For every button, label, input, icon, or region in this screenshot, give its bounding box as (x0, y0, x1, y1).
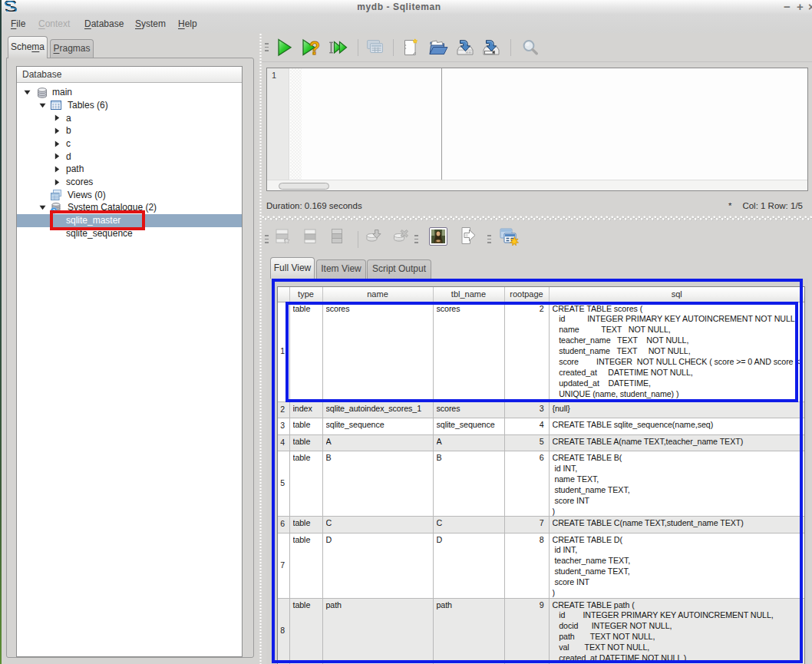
cell-sql[interactable]: CREATE TABLE A(name TEXT,teacher_name TE… (549, 434, 805, 451)
row-number[interactable]: 1 (278, 302, 289, 401)
row-number[interactable]: 7 (278, 533, 289, 598)
scrollbar-thumb[interactable] (279, 183, 329, 190)
cell-sql[interactable]: CREATE TABLE path ( id INTEGER PRIMARY K… (549, 598, 805, 664)
minimize-button[interactable]: − (784, 0, 791, 13)
cell-sql[interactable]: CREATE TABLE sqlite_sequence(name,seq) (549, 418, 805, 435)
tree-item-sqlite-master[interactable]: sqlite_master (17, 214, 242, 227)
cell-name[interactable]: A (322, 434, 433, 451)
tab-script-output[interactable]: Script Output (367, 259, 431, 279)
collapsed-arrow-icon[interactable] (54, 153, 60, 160)
collapsed-arrow-icon[interactable] (54, 140, 60, 147)
tree-item-tables-6[interactable]: Tables (6) (17, 99, 242, 112)
tab-item-view[interactable]: Item View (316, 259, 366, 279)
cell-rootpage[interactable]: 2 (504, 302, 549, 401)
column-header-tbl_name[interactable]: tbl_name (433, 287, 504, 302)
cell-name[interactable]: D (322, 533, 433, 598)
cell-name[interactable]: sqlite_autoindex_scores_1 (322, 401, 433, 418)
save-file-icon[interactable] (455, 38, 475, 57)
expanded-arrow-icon[interactable] (24, 90, 31, 95)
cell-rootpage[interactable]: 7 (504, 517, 549, 534)
cell-sql[interactable]: CREATE TABLE D( id INT, teacher_name TEX… (549, 533, 805, 598)
toolbar-handle[interactable] (265, 43, 269, 53)
cell-tbl-name[interactable]: D (433, 533, 504, 598)
run-script-icon[interactable] (328, 38, 350, 58)
toolbar-handle[interactable] (414, 235, 418, 245)
vertical-splitter[interactable] (255, 33, 262, 664)
column-header-type[interactable]: type (289, 287, 322, 302)
run-sql-icon[interactable] (275, 38, 293, 58)
column-header-rootpage[interactable]: rootpage (504, 287, 549, 302)
cell-sql[interactable]: CREATE TABLE C(name TEXT,student_name TE… (549, 517, 805, 534)
create-view-icon[interactable] (498, 226, 520, 246)
cell-rootpage[interactable]: 6 (504, 451, 549, 517)
column-header-sql[interactable]: sql (549, 287, 805, 302)
new-file-icon[interactable] (401, 38, 420, 57)
row-number[interactable]: 3 (278, 418, 289, 435)
cell-tbl-name[interactable]: C (433, 517, 504, 534)
cell-rootpage[interactable]: 9 (504, 598, 549, 664)
menu-database[interactable]: Database (84, 18, 124, 29)
cell-rootpage[interactable]: 4 (504, 418, 549, 435)
cell-name[interactable]: scores (322, 302, 433, 401)
explain-query-icon[interactable]: ? (302, 38, 322, 58)
row-number[interactable]: 8 (278, 598, 289, 664)
tree-item-main[interactable]: main (17, 86, 242, 99)
cell-name[interactable]: path (322, 598, 433, 664)
cell-rootpage[interactable]: 5 (504, 434, 549, 451)
sql-editor[interactable]: 1 (266, 68, 808, 191)
tab-pragmas[interactable]: Pragmas (50, 39, 94, 58)
cell-sql[interactable]: {null} (549, 401, 805, 418)
tree-item-views-0[interactable]: Views (0) (17, 189, 242, 202)
row-number[interactable]: 2 (278, 401, 289, 418)
cell-type[interactable]: index (289, 401, 322, 418)
close-button[interactable]: × (808, 0, 812, 13)
cell-rootpage[interactable]: 3 (504, 401, 549, 418)
cell-name[interactable]: C (322, 517, 433, 534)
cell-type[interactable]: table (289, 302, 322, 401)
toolbar-handle[interactable] (487, 235, 491, 245)
tree-item-c[interactable]: c (17, 137, 242, 150)
row-number[interactable]: 4 (278, 434, 289, 451)
save-as-icon[interactable] (481, 38, 501, 57)
menu-system[interactable]: System (135, 18, 166, 29)
tree-item-b[interactable]: b (17, 124, 242, 137)
cell-type[interactable]: table (289, 533, 322, 598)
cell-name[interactable]: sqlite_sequence (322, 418, 433, 435)
tree-item-system-catalogue-2[interactable]: ? System Catalogue (2) (17, 201, 242, 214)
tree-item-sqlite-sequence[interactable]: sqlite_sequence (17, 227, 242, 240)
tree-item-scores[interactable]: scores (17, 176, 242, 189)
export-data-icon[interactable] (458, 226, 478, 246)
open-file-icon[interactable] (427, 38, 449, 57)
expanded-arrow-icon[interactable] (39, 205, 46, 210)
tab-schema[interactable]: Schema (8, 36, 48, 58)
tree-header[interactable]: Database (17, 67, 242, 83)
column-header-name[interactable]: name (322, 287, 433, 302)
cell-type[interactable]: table (289, 517, 322, 534)
tree-item-a[interactable]: a (17, 111, 242, 124)
row-number[interactable]: 5 (278, 451, 289, 517)
cell-type[interactable]: table (289, 598, 322, 664)
cell-tbl-name[interactable]: B (433, 451, 504, 517)
maximize-button[interactable]: + (797, 0, 804, 13)
cell-type[interactable]: table (289, 418, 322, 435)
cell-name[interactable]: B (322, 451, 433, 517)
editor-horizontal-scrollbar[interactable] (267, 180, 807, 190)
expanded-arrow-icon[interactable] (39, 103, 46, 108)
collapsed-arrow-icon[interactable] (54, 114, 60, 121)
collapsed-arrow-icon[interactable] (54, 127, 60, 134)
cell-type[interactable]: table (289, 451, 322, 517)
tab-full-view[interactable]: Full View (270, 257, 315, 279)
toolbar-handle[interactable] (265, 235, 269, 245)
blob-preview-button[interactable] (429, 227, 447, 246)
cell-tbl-name[interactable]: A (433, 434, 504, 451)
cell-tbl-name[interactable]: scores (433, 401, 504, 418)
cell-tbl-name[interactable]: path (433, 598, 504, 664)
menu-file[interactable]: File (11, 18, 25, 29)
collapsed-arrow-icon[interactable] (54, 166, 60, 173)
cell-type[interactable]: table (289, 434, 322, 451)
tree-item-path[interactable]: path (17, 163, 242, 176)
tree-item-d[interactable]: d (17, 150, 242, 163)
collapsed-arrow-icon[interactable] (54, 179, 60, 186)
row-number[interactable]: 6 (278, 517, 289, 534)
horizontal-splitter[interactable] (262, 216, 812, 221)
